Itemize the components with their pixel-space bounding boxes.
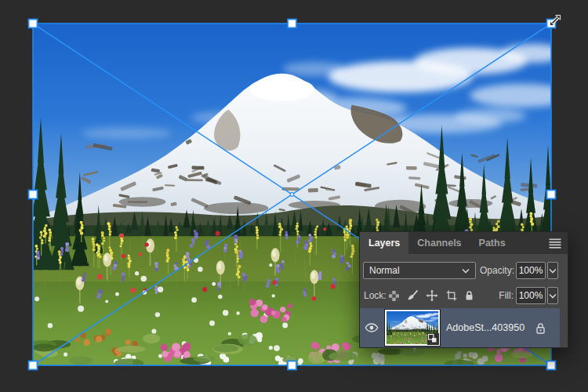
- smart-object-badge-icon: [427, 333, 439, 345]
- layer-visibility-toggle[interactable]: [360, 323, 383, 332]
- fill-label: Fill:: [492, 287, 514, 304]
- panel-tab-bar: Layers Channels Paths: [360, 232, 568, 254]
- lock-image-pixels-icon[interactable]: [407, 290, 418, 301]
- lock-transparent-pixels-icon[interactable]: [389, 291, 399, 301]
- opacity-value-field[interactable]: 100%: [516, 262, 546, 279]
- opacity-label: Opacity:: [480, 262, 514, 279]
- lock-all-icon[interactable]: [465, 290, 474, 301]
- chevron-down-icon: [462, 268, 470, 274]
- panel-menu-button[interactable]: [543, 232, 568, 254]
- layers-panel: Layers Channels Paths Normal Opacity: 10…: [359, 231, 568, 348]
- blend-mode-select[interactable]: Normal: [363, 262, 476, 279]
- panel-menu-icon: [549, 238, 561, 249]
- eye-icon: [365, 323, 379, 332]
- chevron-down-icon: [549, 293, 557, 299]
- panel-body: Normal Opacity: 100% Lock:: [360, 254, 568, 347]
- layer-row-selected[interactable]: AdobeSt...403950: [360, 308, 560, 347]
- lock-artboard-icon[interactable]: [446, 290, 457, 301]
- lock-position-icon[interactable]: [426, 289, 438, 302]
- layer-thumbnail[interactable]: [385, 310, 440, 346]
- resize-cursor-icon: [550, 15, 560, 25]
- chevron-down-icon: [549, 268, 557, 274]
- opacity-dropdown-button[interactable]: [547, 262, 558, 279]
- blend-mode-value: Normal: [369, 265, 400, 276]
- fill-dropdown-button[interactable]: [547, 287, 558, 304]
- tab-paths[interactable]: Paths: [470, 232, 514, 254]
- lock-label: Lock:: [364, 287, 387, 304]
- tab-channels[interactable]: Channels: [408, 232, 470, 254]
- layer-name[interactable]: AdobeSt...403950: [446, 322, 524, 333]
- fill-value-field[interactable]: 100%: [516, 287, 546, 304]
- padlock-outline-icon: [535, 322, 546, 334]
- lock-options: [389, 287, 474, 304]
- layer-locked-indicator: [535, 322, 546, 334]
- tab-layers[interactable]: Layers: [360, 232, 408, 254]
